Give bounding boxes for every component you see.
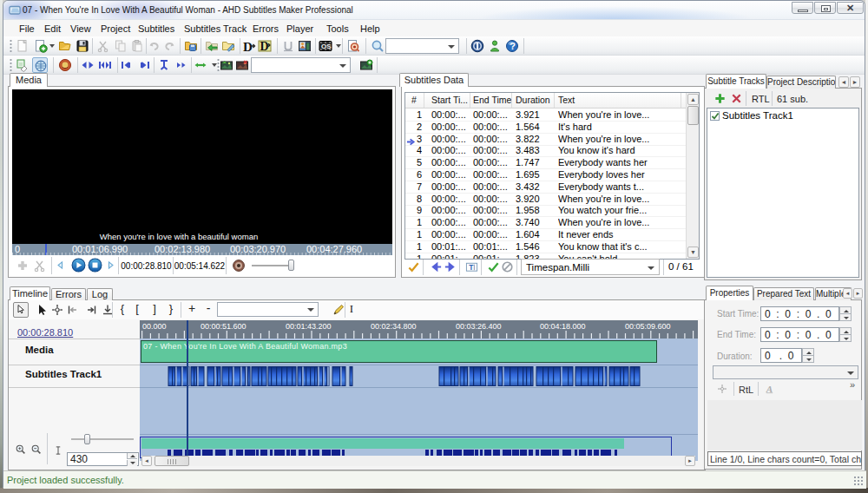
svg-text:A: A [766, 384, 773, 394]
svg-text:T: T [469, 263, 474, 272]
svg-text:D: D [260, 40, 269, 53]
